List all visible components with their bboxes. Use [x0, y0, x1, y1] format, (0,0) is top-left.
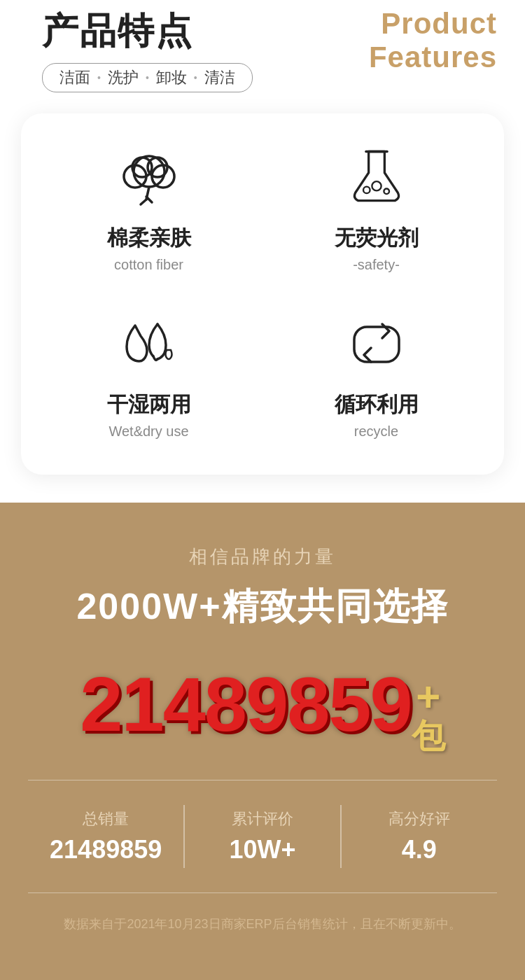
stat-total-sales: 总销量 21489859: [28, 802, 183, 872]
svg-rect-12: [354, 327, 399, 362]
tag-qingjie: 清洁: [199, 67, 241, 88]
feature-recycle: 循环利用 recycle: [270, 308, 483, 440]
feature-cotton-en: cotton fiber: [114, 257, 183, 273]
feature-wetdry-cn: 干湿两用: [107, 391, 191, 419]
feature-wetdry-en: Wet&dry use: [108, 424, 188, 440]
stat-value-total: 21489859: [28, 835, 183, 864]
english-title-text: ProductFeatures: [369, 7, 497, 75]
tag-zhuangjiao: 卸妆: [150, 67, 192, 88]
top-section: 产品特点 洁面 • 洗护 • 卸妆 • 清洁 ProductFeatures: [0, 0, 525, 503]
brand-main-title: 2000W+精致共同选择: [28, 583, 497, 631]
stat-label-total: 总销量: [28, 808, 183, 830]
drops-icon: [107, 308, 191, 378]
big-number-suffix: +包: [412, 666, 445, 759]
tags-row: 洁面 • 洗护 • 卸妆 • 清洁: [42, 63, 253, 92]
features-card: 棉柔亲肤 cotton fiber 无荧光剂: [21, 113, 504, 475]
disclaimer: 数据来自于2021年10月23日商家ERP后台销售统计，且在不断更新中。: [28, 914, 497, 934]
feature-wetdry: 干湿两用 Wet&dry use: [42, 308, 255, 440]
tag-jiemian: 洁面: [54, 67, 96, 88]
stat-reviews: 累计评价 10W+: [185, 802, 340, 872]
feature-cotton-cn: 棉柔亲肤: [107, 224, 191, 253]
english-title: ProductFeatures: [369, 7, 497, 75]
stat-label-rating: 高分好评: [342, 808, 497, 830]
dot-1: •: [97, 72, 101, 83]
svg-point-11: [384, 189, 389, 195]
title-left: 产品特点 洁面 • 洗护 • 卸妆 • 清洁: [42, 7, 355, 92]
brand-subtitle: 相信品牌的力量: [28, 545, 497, 569]
product-image-area: [28, 948, 497, 980]
feature-recycle-cn: 循环利用: [335, 391, 419, 419]
big-number-container: 21489859+包: [28, 666, 497, 759]
stat-value-reviews: 10W+: [185, 835, 340, 864]
stat-label-reviews: 累计评价: [185, 808, 340, 830]
cotton-stack: [122, 962, 402, 980]
stats-row: 总销量 21489859 累计评价 10W+ 高分好评 4.9: [28, 802, 497, 872]
header-row: 产品特点 洁面 • 洗护 • 卸妆 • 清洁 ProductFeatures: [0, 0, 525, 106]
flask-icon: [335, 141, 419, 211]
cotton-icon: [107, 141, 191, 211]
dot-3: •: [194, 72, 197, 83]
svg-point-9: [363, 187, 370, 193]
bottom-section: 相信品牌的力量 2000W+精致共同选择 21489859+包 总销量 2148…: [0, 503, 525, 980]
big-number: 21489859: [80, 666, 411, 743]
tag-xihu: 洗护: [102, 67, 144, 88]
svg-line-6: [141, 200, 146, 204]
feature-safety-cn: 无荧光剂: [335, 224, 419, 253]
features-grid: 棉柔亲肤 cotton fiber 无荧光剂: [42, 141, 483, 440]
divider-line-2: [28, 892, 497, 893]
divider-line: [28, 780, 497, 780]
chinese-title: 产品特点: [42, 7, 355, 56]
bag-unit: 包: [412, 714, 445, 759]
plus-sign: +: [416, 673, 440, 720]
feature-recycle-en: recycle: [354, 424, 398, 440]
feature-safety: 无荧光剂 -safety-: [270, 141, 483, 273]
dot-2: •: [146, 72, 149, 83]
stat-rating: 高分好评 4.9: [342, 802, 497, 872]
svg-point-10: [372, 181, 381, 190]
feature-cotton: 棉柔亲肤 cotton fiber: [42, 141, 255, 273]
recycle-icon: [335, 308, 419, 378]
feature-safety-en: -safety-: [353, 257, 400, 273]
stat-value-rating: 4.9: [342, 835, 497, 864]
